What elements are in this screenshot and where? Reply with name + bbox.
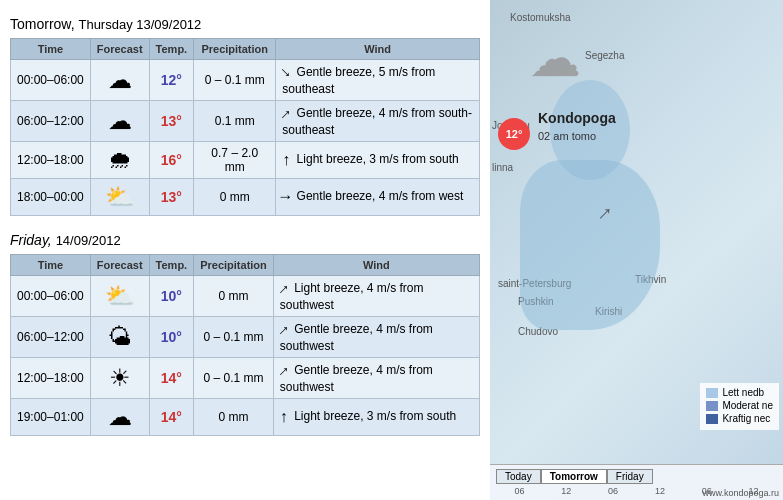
wind-cell: ↑ Light breeze, 3 m/s from south [276, 142, 480, 179]
temp-cell: 10° [149, 276, 194, 317]
weather-icon: ☁ [108, 107, 132, 134]
map-container: Kostomuksha Segezha Joensuu linna saint-… [490, 0, 783, 500]
wind-cell: ↑ Light breeze, 4 m/s from southwest [273, 276, 479, 317]
time-cell: 00:00–06:00 [11, 276, 91, 317]
col-forecast: Forecast [90, 39, 149, 60]
legend-item-3: Kraftig nec [706, 413, 773, 424]
forecast-panel: Tomorrow, Thursday 13/09/2012 Time Forec… [0, 0, 490, 500]
wind-arrow-icon: ↑ [275, 321, 293, 339]
legend-item-1: Lett nedb [706, 387, 773, 398]
wind-arrow-icon: ↑ [277, 64, 295, 82]
col-time: Time [11, 39, 91, 60]
map-label-segezha: Segezha [585, 50, 624, 61]
tomorrow-table: Time Forecast Temp. Precipitation Wind 0… [10, 38, 480, 216]
wind-arrow-icon: ↑ [275, 280, 293, 298]
temp-cell: 16° [149, 142, 194, 179]
friday-date: 14/09/2012 [56, 233, 121, 248]
precip-cell: 0 – 0.1 mm [194, 60, 276, 101]
forecast-cell: ☁ [90, 399, 149, 436]
tab-tomorrow[interactable]: Tomorrow [541, 469, 607, 484]
col-forecast-fri: Forecast [90, 255, 149, 276]
precip-cell: 0 mm [194, 276, 274, 317]
precip-cell: 0 mm [194, 179, 276, 216]
time-cell: 18:00–00:00 [11, 179, 91, 216]
wind-arrow-icon: ↑ [280, 408, 288, 426]
table-row: 12:00–18:00 🌧 16° 0.7 – 2.0 mm ↑ Light b… [11, 142, 480, 179]
precip-cell: 0 mm [194, 399, 274, 436]
col-wind-fri: Wind [273, 255, 479, 276]
hour-4: 12 [636, 486, 683, 496]
legend-label-2: Moderat ne [722, 400, 773, 411]
time-cell: 12:00–18:00 [11, 142, 91, 179]
forecast-cell: ☁ [90, 101, 149, 142]
map-cloud-icon: ☁ [529, 28, 581, 88]
wind-arrow-icon: ↑ [282, 151, 290, 169]
timeline-tabs[interactable]: Today Tomorrow Friday [496, 469, 777, 484]
weather-icon: ⛅ [105, 282, 135, 309]
temp-cell: 13° [149, 101, 194, 142]
table-row: 18:00–00:00 ⛅ 13° 0 mm ↑ Gentle breeze, … [11, 179, 480, 216]
friday-label: Friday, [10, 232, 52, 248]
table-row: 06:00–12:00 ☁ 13° 0.1 mm ↑ Gentle breeze… [11, 101, 480, 142]
wind-cell: ↑ Gentle breeze, 5 m/s from southeast [276, 60, 480, 101]
wind-cell: ↑ Gentle breeze, 4 m/s from southwest [273, 358, 479, 399]
legend-color-3 [706, 414, 718, 424]
table-row: 00:00–06:00 ☁ 12° 0 – 0.1 mm ↑ Gentle br… [11, 60, 480, 101]
time-cell: 19:00–01:00 [11, 399, 91, 436]
forecast-cell: 🌤 [90, 317, 149, 358]
precip-cell: 0.7 – 2.0 mm [194, 142, 276, 179]
weather-icon: ☀ [109, 364, 131, 391]
table-row: 19:00–01:00 ☁ 14° 0 mm ↑ Light breeze, 3… [11, 399, 480, 436]
col-time-fri: Time [11, 255, 91, 276]
wind-cell: ↑ Gentle breeze, 4 m/s from south-southe… [276, 101, 480, 142]
map-temp-value: 12° [506, 128, 523, 140]
map-temp-badge: 12° [498, 118, 530, 150]
legend-item-2: Moderat ne [706, 400, 773, 411]
time-cell: 06:00–12:00 [11, 101, 91, 142]
temp-cell: 12° [149, 60, 194, 101]
map-legend: Lett nedb Moderat ne Kraftig nec [700, 383, 779, 430]
legend-color-1 [706, 388, 718, 398]
precip-cell: 0.1 mm [194, 101, 276, 142]
map-time-label: 02 am tomo [538, 130, 596, 142]
tomorrow-date: Thursday 13/09/2012 [78, 17, 201, 32]
weather-icon: ☁ [108, 66, 132, 93]
temp-cell: 10° [149, 317, 194, 358]
tab-friday[interactable]: Friday [607, 469, 653, 484]
precip-cell: 0 – 0.1 mm [194, 317, 274, 358]
wind-arrow-icon: ↑ [275, 362, 293, 380]
map-time-value: 02 am tomo [538, 130, 596, 142]
table-row: 12:00–18:00 ☀ 14° 0 – 0.1 mm ↑ Gentle br… [11, 358, 480, 399]
hour-2: 12 [543, 486, 590, 496]
temp-cell: 14° [149, 358, 194, 399]
tomorrow-title: Tomorrow, Thursday 13/09/2012 [10, 16, 480, 32]
col-wind: Wind [276, 39, 480, 60]
map-label-linna: linna [492, 162, 513, 173]
forecast-cell: ⛅ [90, 276, 149, 317]
site-url: www.kondopoga.ru [702, 488, 779, 498]
tab-today[interactable]: Today [496, 469, 541, 484]
legend-label-3: Kraftig nec [722, 413, 770, 424]
forecast-cell: 🌧 [90, 142, 149, 179]
table-row: 06:00–12:00 🌤 10° 0 – 0.1 mm ↑ Gentle br… [11, 317, 480, 358]
map-city-name: Kondopoga [538, 110, 616, 126]
map-background: Kostomuksha Segezha Joensuu linna saint-… [490, 0, 783, 500]
col-precip: Precipitation [194, 39, 276, 60]
temp-cell: 14° [149, 399, 194, 436]
forecast-cell: ☁ [90, 60, 149, 101]
wind-cell: ↑ Light breeze, 3 m/s from south [273, 399, 479, 436]
wind-cell: ↑ Gentle breeze, 4 m/s from southwest [273, 317, 479, 358]
col-temp: Temp. [149, 39, 194, 60]
table-row: 00:00–06:00 ⛅ 10° 0 mm ↑ Light breeze, 4… [11, 276, 480, 317]
map-label-kostomuksha: Kostomuksha [510, 12, 571, 23]
legend-label-1: Lett nedb [722, 387, 764, 398]
weather-icon: ⛅ [105, 183, 135, 210]
wind-arrow-icon: ↑ [277, 193, 295, 201]
wind-arrow-icon: ↑ [277, 105, 295, 123]
forecast-cell: ⛅ [90, 179, 149, 216]
weather-icon: 🌧 [108, 146, 132, 173]
time-cell: 12:00–18:00 [11, 358, 91, 399]
col-precip-fri: Precipitation [194, 255, 274, 276]
map-panel: Kostomuksha Segezha Joensuu linna saint-… [490, 0, 783, 500]
time-cell: 06:00–12:00 [11, 317, 91, 358]
